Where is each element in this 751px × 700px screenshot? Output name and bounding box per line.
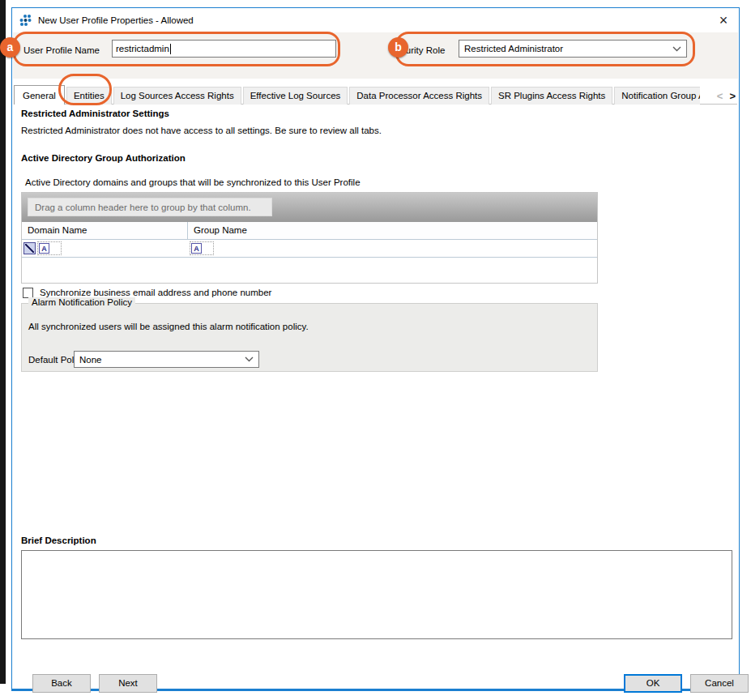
chevron-down-icon	[245, 356, 254, 362]
grid-group-by-panel[interactable]: Drag a column header here to group by th…	[22, 193, 597, 222]
new-user-profile-dialog: New User Profile Properties - Allowed × …	[11, 7, 740, 691]
tab-sr-plugins-access-rights[interactable]: SR Plugins Access Rights	[491, 87, 612, 105]
back-button[interactable]: Back	[32, 674, 91, 693]
alarm-notification-policy-group: Alarm Notification Policy All synchroniz…	[21, 303, 598, 372]
ad-group-authorization-heading: Active Directory Group Authorization	[21, 153, 186, 163]
column-header-domain-name[interactable]: Domain Name	[22, 222, 188, 239]
grid-filter-row: A A	[22, 240, 597, 258]
chevron-down-icon	[672, 46, 681, 52]
default-policy-dropdown[interactable]: None	[74, 351, 259, 368]
brief-description-label: Brief Description	[21, 536, 96, 545]
cancel-button[interactable]: Cancel	[690, 674, 749, 693]
brief-description-textarea[interactable]	[21, 550, 732, 639]
tab-scroll-right-icon[interactable]: >	[729, 90, 736, 102]
ad-groups-grid: Drag a column header here to group by th…	[21, 192, 598, 284]
restricted-admin-settings-text: Restricted Administrator does not have a…	[21, 126, 382, 135]
filter-text-type-icon[interactable]: A	[191, 243, 202, 254]
app-logo-icon	[19, 14, 32, 27]
security-role-label: Security Role	[390, 45, 445, 55]
background-strip	[0, 0, 6, 684]
tab-scroll-buttons: < >	[717, 90, 736, 102]
window-title: New User Profile Properties - Allowed	[38, 8, 194, 32]
security-role-value: Restricted Administrator	[464, 44, 563, 53]
next-button[interactable]: Next	[99, 674, 157, 693]
general-tab-page: Restricted Administrator Settings Restri…	[14, 105, 737, 650]
sync-email-phone-label: Synchronize business email address and p…	[40, 288, 271, 297]
column-header-group-name[interactable]: Group Name	[188, 222, 597, 239]
close-icon[interactable]: ×	[713, 10, 734, 31]
alarm-group-title: Alarm Notification Policy	[28, 297, 135, 307]
text-caret	[170, 44, 171, 54]
header-band: User Profile Name restrictadmin Security…	[13, 32, 738, 79]
ad-grid-caption: Active Directory domains and groups that…	[25, 177, 361, 187]
security-role-dropdown[interactable]: Restricted Administrator	[459, 40, 687, 58]
grid-column-headers: Domain Name Group Name	[22, 222, 597, 240]
screenshot-root: New User Profile Properties - Allowed × …	[0, 0, 751, 700]
tab-strip: General Entities Log Sources Access Righ…	[14, 83, 737, 105]
filter-cell-domain-name[interactable]: A	[22, 240, 188, 257]
tab-general[interactable]: General	[14, 85, 65, 105]
tab-entities[interactable]: Entities	[66, 87, 112, 105]
filter-marquee: A	[190, 241, 214, 255]
tab-log-sources-access-rights[interactable]: Log Sources Access Rights	[113, 87, 241, 105]
tab-data-processor-access-rights[interactable]: Data Processor Access Rights	[349, 87, 489, 105]
tab-scroll-left-icon[interactable]: <	[717, 90, 723, 102]
ok-button[interactable]: OK	[624, 674, 682, 693]
restricted-admin-settings-heading: Restricted Administrator Settings	[21, 109, 169, 118]
filter-text-type-icon[interactable]: A	[39, 243, 49, 254]
user-profile-name-label: User Profile Name	[23, 45, 100, 55]
tab-notification-group-access-rights[interactable]: Notification Group Access Rights	[614, 87, 700, 105]
user-profile-name-input[interactable]: restrictadmin	[112, 40, 336, 58]
filter-edit-slash-icon[interactable]	[23, 242, 36, 254]
tab-effective-log-sources[interactable]: Effective Log Sources	[243, 87, 348, 105]
tabs-scroller: General Entities Log Sources Access Righ…	[14, 83, 700, 105]
user-profile-name-value: restrictadmin	[116, 44, 169, 53]
title-bar: New User Profile Properties - Allowed ×	[12, 8, 739, 32]
filter-marquee: A	[37, 241, 62, 255]
alarm-group-text: All synchronized users will be assigned …	[28, 322, 309, 331]
default-policy-value: None	[79, 355, 102, 365]
grid-group-hint: Drag a column header here to group by th…	[28, 198, 272, 216]
filter-cell-group-name[interactable]: A	[188, 240, 214, 257]
